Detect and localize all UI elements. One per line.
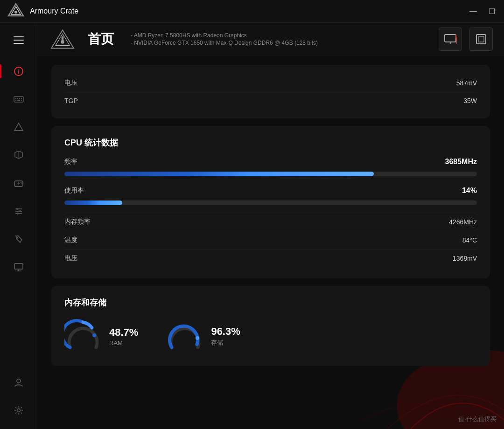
svg-rect-7 <box>17 98 18 99</box>
svg-point-17 <box>21 182 21 183</box>
svg-rect-6 <box>15 98 16 99</box>
svg-point-30 <box>17 409 20 412</box>
sidebar-item-display[interactable] <box>0 141 37 169</box>
cpu-mem-freq-row: 内存频率 4266MHz <box>64 213 477 231</box>
svg-rect-40 <box>476 35 486 44</box>
sidebar-item-keyboard[interactable] <box>0 85 37 113</box>
scroll-content[interactable]: 电压 587mV TGP 35W CPU 统计数据 频率 3685MHz <box>37 55 504 429</box>
svg-rect-10 <box>15 100 16 101</box>
maximize-button[interactable]: ☐ <box>487 7 497 16</box>
content-area: 首页 AMD Ryzen 7 5800HS with Radeon Graphi… <box>37 23 504 429</box>
ram-label: RAM <box>109 339 138 346</box>
gpu-tgp-label: TGP <box>64 97 78 104</box>
svg-rect-26 <box>14 263 23 269</box>
main-layout: i <box>0 23 504 429</box>
cpu-usage-label: 使用率 <box>64 187 84 195</box>
gpu-info: NVIDIA GeForce GTX 1650 with Max-Q Desig… <box>131 40 318 46</box>
header-actions <box>439 28 493 51</box>
sidebar-item-gaming[interactable] <box>0 169 37 197</box>
cpu-temp-value: 84°C <box>462 236 477 244</box>
gpu-tgp-row: TGP 35W <box>64 92 477 109</box>
gpu-voltage-row: 电压 587mV <box>64 74 477 92</box>
cpu-usage-progress <box>64 201 477 205</box>
aura-icon <box>14 122 24 132</box>
sidebar-item-home[interactable]: i <box>0 57 37 85</box>
svg-rect-35 <box>445 35 456 42</box>
second-device-button[interactable] <box>469 28 493 51</box>
svg-rect-34 <box>62 36 64 42</box>
page-header: 首页 AMD Ryzen 7 5800HS with Radeon Graphi… <box>37 23 504 55</box>
storage-gauge <box>166 318 203 355</box>
monitor-icon <box>14 262 24 272</box>
profile-icon <box>14 377 24 387</box>
svg-rect-5 <box>14 97 23 102</box>
svg-point-25 <box>16 237 18 239</box>
storage-label: 存储 <box>211 339 240 347</box>
hamburger-icon <box>14 36 24 44</box>
cpu-freq-bar <box>64 172 374 176</box>
system-info: AMD Ryzen 7 5800HS with Radeon Graphics … <box>131 32 318 46</box>
ram-label-group: 48.7% RAM <box>109 326 138 346</box>
minimize-button[interactable]: — <box>469 7 478 16</box>
cpu-freq-progress <box>64 172 477 176</box>
svg-marker-13 <box>14 123 23 131</box>
svg-point-2 <box>14 11 17 14</box>
svg-point-18 <box>21 183 22 184</box>
cpu-mem-freq-label: 内存频率 <box>64 218 91 226</box>
watermark: 值·什么值得买 <box>458 415 497 423</box>
svg-point-43 <box>92 333 96 337</box>
display-icon <box>14 150 24 160</box>
window-controls: — ☐ <box>469 7 497 16</box>
gpu-partial-card: 电压 587mV TGP 35W <box>51 65 490 118</box>
storage-percent: 96.3% <box>211 325 240 338</box>
memory-storage-title: 内存和存储 <box>64 297 477 308</box>
info-icon: i <box>14 66 24 76</box>
svg-point-24 <box>17 213 19 214</box>
device-button[interactable] <box>439 28 462 51</box>
svg-rect-12 <box>21 100 22 101</box>
sidebar-item-aura[interactable] <box>0 113 37 141</box>
settings-icon <box>14 405 24 415</box>
memory-storage-card: 内存和存储 48.7 <box>51 286 490 366</box>
cpu-usage-value: 14% <box>462 187 477 195</box>
cpu-temp-row: 温度 84°C <box>64 231 477 249</box>
svg-marker-0 <box>8 4 23 16</box>
keyboard-icon <box>13 94 24 105</box>
cpu-temp-label: 温度 <box>64 236 77 244</box>
sidebar-item-settings[interactable] <box>0 396 37 424</box>
cpu-voltage-value: 1368mV <box>453 255 477 262</box>
cpu-voltage-row: 电压 1368mV <box>64 249 477 267</box>
sidebar-item-tuning[interactable] <box>0 197 37 225</box>
cpu-freq-value: 3685MHz <box>445 158 477 166</box>
storage-gauge-container: 96.3% 存储 <box>166 318 240 355</box>
hamburger-button[interactable] <box>0 29 37 51</box>
cpu-info: AMD Ryzen 7 5800HS with Radeon Graphics <box>131 32 318 39</box>
titlebar: Armoury Crate — ☐ <box>0 0 504 23</box>
gpu-tgp-value: 35W <box>463 97 477 104</box>
app-icon <box>7 3 24 20</box>
svg-point-44 <box>196 336 199 340</box>
ram-gauge-container: 48.7% RAM <box>64 318 138 355</box>
svg-rect-9 <box>21 98 22 99</box>
gpu-voltage-value: 587mV <box>456 79 477 87</box>
svg-rect-8 <box>19 98 20 99</box>
cpu-voltage-label: 电压 <box>64 254 77 263</box>
cpu-stats-title: CPU 统计数据 <box>64 137 477 148</box>
svg-point-29 <box>17 379 21 383</box>
svg-rect-11 <box>17 100 20 101</box>
ram-percent: 48.7% <box>109 326 138 339</box>
watermark-text: 值·什么值得买 <box>458 415 497 422</box>
memory-gauges: 48.7% RAM <box>64 318 477 355</box>
sidebar-item-monitor[interactable] <box>0 253 37 281</box>
sidebar-item-profile[interactable] <box>0 368 37 396</box>
cpu-freq-label: 频率 <box>64 158 77 166</box>
tuning-icon <box>14 206 24 216</box>
cpu-mem-freq-value: 4266MHz <box>449 218 477 226</box>
sidebar-top <box>0 23 37 57</box>
cpu-usage-header: 使用率 14% <box>64 184 477 197</box>
gpu-voltage-label: 电压 <box>64 79 77 87</box>
sidebar-item-deals[interactable] <box>0 225 37 253</box>
rog-logo <box>49 28 77 51</box>
deals-icon <box>14 234 24 244</box>
ram-gauge <box>64 318 102 355</box>
